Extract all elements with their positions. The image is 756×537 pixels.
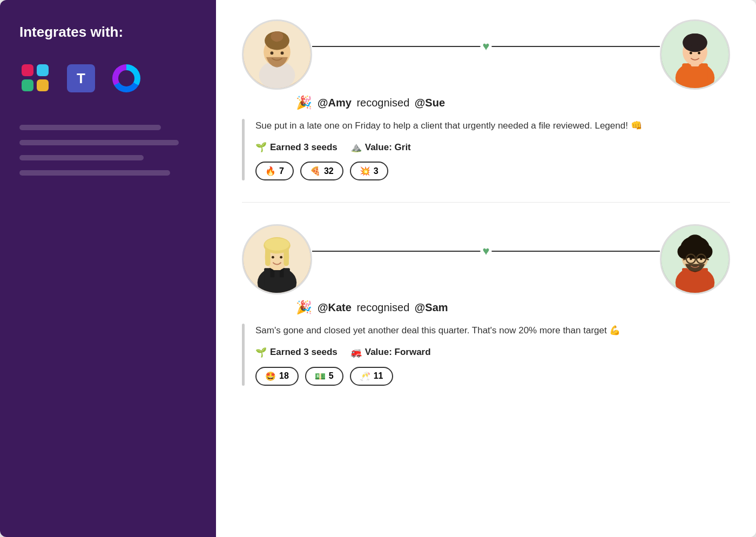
slack-icon-tl [22,64,33,76]
rec2-reaction-starstruck-count: 18 [279,371,289,381]
rec1-connection-line: ♥ [312,46,660,47]
rec2-emoji: 🎉 [296,300,312,315]
webex-icon [112,64,140,92]
slack-integration-icon [19,62,52,95]
rec2-reaction-cheers-count: 11 [374,371,383,381]
rec1-reactions: 🔥 7 🍕 32 💥 3 [255,162,730,180]
rec2-recognition-text: @Kate recognised @Sam [318,301,448,314]
rec1-value: ⛰️ Value: Grit [350,142,411,153]
avatar-sam-svg [662,226,728,293]
recognition-card-2: ♥ [242,224,730,385]
rec1-content: Sue put in a late one on Friday to help … [255,119,730,180]
recognition-card-1: ♥ [242,19,730,180]
sidebar-bars [19,125,197,176]
svg-point-39 [686,235,704,253]
rec1-reaction-pizza-count: 32 [324,166,334,176]
rec1-reaction-pizza-icon: 🍕 [310,166,321,176]
rec1-value-icon: ⛰️ [350,142,362,153]
rec1-reaction-boom-count: 3 [374,166,379,176]
svg-point-30 [280,256,282,259]
rec2-reactions: 🤩 18 💵 5 🥂 11 [255,367,730,386]
rec2-reaction-money-icon: 💵 [315,371,326,381]
svg-point-15 [691,44,699,50]
card-divider [242,202,730,203]
rec1-emoji: 🎉 [296,95,312,110]
rec1-seeds-icon: 🌱 [255,142,267,153]
teams-icon: T [67,64,95,92]
svg-point-7 [281,51,284,55]
rec2-reaction-money-count: 5 [329,371,334,381]
rec1-reaction-fire-count: 7 [279,166,284,176]
avatar-kate-svg [244,226,310,293]
slack-icon-bl [22,79,33,91]
rec2-header-area: ♥ [242,224,730,315]
svg-point-16 [690,52,692,55]
main-content: ♥ [216,0,756,537]
rec2-seeds-icon: 🌱 [255,347,267,358]
rec2-label-row: 🎉 @Kate recognised @Sam [242,300,730,315]
webex-icon-inner [118,70,134,86]
integrations-icons: T [19,62,197,95]
sidebar-bar-1 [19,125,161,130]
rec1-heart-icon: ♥ [480,41,491,52]
teams-integration-icon: T [65,62,97,95]
svg-point-45 [690,258,692,260]
svg-point-46 [700,258,703,260]
rec1-reaction-fire-icon: 🔥 [265,166,276,176]
rec1-message: Sue put in a late one on Friday to help … [255,119,730,133]
rec1-reaction-boom-icon: 💥 [360,166,370,176]
rec1-recognition-text: @Amy recognised @Sue [318,97,445,109]
avatar-amy-svg [244,21,310,88]
rec1-meta: 🌱 Earned 3 seeds ⛰️ Value: Grit [255,142,730,153]
avatar-kate [242,224,312,294]
rec1-reaction-pizza[interactable]: 🍕 32 [300,162,343,180]
sidebar: Integrates with: T [0,0,216,537]
rec2-meta: 🌱 Earned 3 seeds 🚒 Value: Forward [255,347,730,358]
svg-point-28 [265,238,289,251]
svg-rect-20 [264,268,290,286]
avatar-sue [660,19,730,90]
rec1-divider [242,119,245,180]
svg-point-6 [271,51,274,55]
rec1-body: Sue put in a late one on Friday to help … [242,119,730,180]
rec2-divider [242,324,245,385]
rec1-reaction-fire[interactable]: 🔥 7 [255,162,294,180]
rec1-label-row: 🎉 @Amy recognised @Sue [242,95,730,110]
rec2-reaction-money[interactable]: 💵 5 [305,367,343,386]
svg-point-17 [698,52,700,55]
avatar-sam [660,224,730,294]
slack-icon-br [37,79,49,91]
sidebar-bar-2 [19,140,179,145]
rec2-value-icon: 🚒 [350,347,362,358]
slack-icon-tr [37,64,49,76]
avatar-amy [242,19,312,90]
webex-integration-icon [110,62,143,95]
rec2-content: Sam's gone and closed yet another deal t… [255,324,730,385]
rec1-seeds: 🌱 Earned 3 seeds [255,142,338,153]
rec2-connection-line: ♥ [312,251,660,252]
svg-point-5 [271,31,284,42]
rec1-header-area: ♥ [242,19,730,110]
rec2-avatar-row: ♥ [242,224,730,294]
rec1-avatar-row: ♥ [242,19,730,90]
rec2-heart-icon: ♥ [480,245,491,257]
rec1-reaction-boom[interactable]: 💥 3 [350,162,388,180]
slack-icon [22,64,50,92]
rec2-reaction-cheers-icon: 🥂 [360,371,370,381]
svg-point-29 [272,256,274,259]
rec2-seeds: 🌱 Earned 3 seeds [255,347,338,358]
sidebar-bar-3 [19,155,144,160]
avatar-sue-svg [662,21,728,88]
rec2-value: 🚒 Value: Forward [350,347,431,358]
rec2-reaction-cheers[interactable]: 🥂 11 [350,367,393,386]
rec2-body: Sam's gone and closed yet another deal t… [242,324,730,385]
rec2-reaction-starstruck[interactable]: 🤩 18 [255,367,299,386]
app-container: Integrates with: T [0,0,756,537]
sidebar-bar-4 [19,170,170,176]
sidebar-title: Integrates with: [19,24,197,41]
rec2-message: Sam's gone and closed yet another deal t… [255,324,730,338]
rec2-reaction-starstruck-icon: 🤩 [265,371,276,381]
